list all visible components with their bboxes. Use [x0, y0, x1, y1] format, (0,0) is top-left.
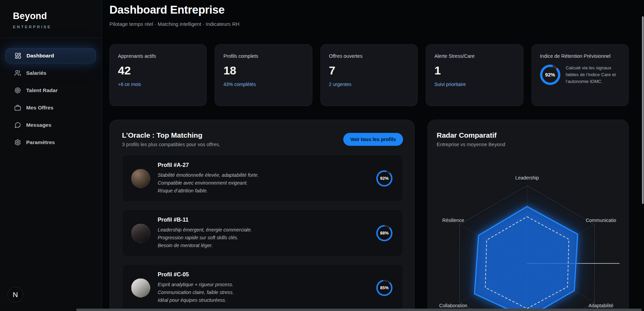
sidebar-item-label: Talent Radar	[26, 87, 58, 93]
stat-value: 1	[434, 64, 515, 77]
stat-label: Profils complets	[223, 53, 303, 59]
match-ring-value: 92%	[380, 176, 388, 181]
profile-line: Esprit analytique + rigueur process.	[158, 281, 234, 289]
profile-line: Stabilité émotionnelle élevée, adaptabil…	[158, 171, 259, 179]
gear-icon	[14, 139, 21, 146]
radar-panel: LeadershipCommunicatioAdaptabilitéCollab…	[428, 120, 629, 311]
sidebar-item-label: Salariés	[26, 70, 46, 76]
stat-sub: Suivi prioritaire	[434, 82, 515, 87]
nextjs-badge-letter: N	[13, 291, 18, 299]
profile-avatar	[131, 224, 150, 243]
profile-line: Idéal pour équipes structuréess.	[158, 296, 234, 304]
profile-avatar	[131, 278, 150, 297]
sidebar-item-label: Messages	[26, 122, 51, 128]
oracle-title: L’Oracle : Top Matching	[122, 131, 220, 139]
horizontal-scrollbar[interactable]	[76, 309, 642, 311]
profile-row-b11[interactable]: Profil #B-11 Leadership émergent, énergi…	[122, 209, 403, 257]
brand-name: Beyond	[13, 11, 102, 21]
stat-sub: +6 ce mois	[118, 82, 198, 87]
stat-card-apprenants: Apprenants actifs 42 +6 ce mois	[109, 44, 207, 106]
sidebar-item-messages[interactable]: Messages	[5, 118, 96, 133]
sidebar-item-salaries[interactable]: Salariés	[5, 66, 96, 81]
stat-value: 42	[118, 64, 198, 77]
match-ring-value: 88%	[380, 231, 388, 236]
profile-name: Profil #B-11	[158, 217, 252, 223]
stat-card-profils: Profils complets 18 43% complétés	[215, 44, 312, 106]
brand: Beyond ENTERPRISE	[0, 0, 102, 29]
users-icon	[14, 70, 21, 76]
stat-label: Offres ouvertes	[329, 53, 409, 59]
stat-sub: 43% complétés	[223, 82, 303, 87]
stat-card-offres: Offres ouvertes 7 2 urgentes	[320, 44, 418, 106]
radar-title: Radar Comparatif	[437, 131, 628, 139]
sidebar-item-talent-radar[interactable]: Talent Radar	[5, 83, 96, 98]
profile-line: Besoin de mentorat léger.	[158, 242, 252, 249]
app-root: Beyond ENTERPRISE Dashboard Salariés	[0, 0, 644, 311]
radar-axis-label: Adaptabilité	[589, 303, 613, 308]
radar-chart: LeadershipCommunicatioAdaptabilitéCollab…	[428, 120, 629, 311]
page-subtitle: Pilotage temps réel · Matching intellige…	[109, 21, 240, 27]
oracle-panel: L’Oracle : Top Matching 3 profils les pl…	[109, 120, 415, 311]
sidebar-item-mes-offres[interactable]: Mes Offres	[5, 100, 96, 115]
radar-axis-label: Résilience	[442, 218, 464, 223]
profile-line: Leadership émergent, énergie commerciale…	[158, 226, 252, 234]
main-content: Dashboard Entreprise Pilotage temps réel…	[102, 0, 644, 311]
profile-name: Profil #C-05	[158, 271, 234, 278]
sidebar-item-dashboard[interactable]: Dashboard	[5, 48, 96, 63]
sidebar-item-label: Paramètres	[26, 139, 55, 145]
profile-avatar	[131, 169, 150, 188]
vertical-scrollbar-thumb[interactable]	[642, 16, 644, 204]
view-all-profiles-button[interactable]: Voir tous les profils	[343, 133, 403, 146]
stat-label: Indice de Rétention Prévisionnel	[540, 53, 620, 59]
profile-line: Compatible avec environnement exigeant.	[158, 179, 259, 187]
page-title: Dashboard Entreprise	[109, 3, 225, 16]
stat-label: Apprenants actifs	[118, 53, 198, 59]
profile-line: Risque d’attrition faible.	[158, 187, 259, 195]
sidebar: Beyond ENTERPRISE Dashboard Salariés	[0, 0, 102, 311]
brand-subtitle: ENTERPRISE	[13, 25, 102, 29]
retention-ring-value: 92%	[545, 72, 555, 77]
profile-line: Progression rapide sur soft skills clés.	[158, 234, 252, 242]
match-ring-value: 85%	[380, 286, 388, 290]
stat-sub: 2 urgentes	[329, 82, 409, 87]
message-bubble-icon	[14, 122, 21, 128]
sidebar-item-label: Dashboard	[27, 53, 54, 59]
profile-row-a27[interactable]: Profil #A-27 Stabilité émotionnelle élev…	[122, 155, 403, 202]
radar-axis-label: Collaboration	[439, 303, 467, 308]
stat-value: 7	[329, 64, 409, 77]
sidebar-nav: Dashboard Salariés Talent Radar Mes Offr…	[0, 38, 102, 150]
retention-progress-ring: 92%	[540, 65, 560, 85]
radar-axis-label: Leadership	[515, 175, 539, 180]
radar-target-icon	[14, 87, 21, 94]
stat-card-retention: Indice de Rétention Prévisionnel 92% Cal…	[532, 44, 629, 106]
stat-label: Alerte Stress/Care	[434, 53, 515, 59]
sidebar-item-label: Mes Offres	[26, 105, 53, 111]
stat-cards-row: Apprenants actifs 42 +6 ce mois Profils …	[109, 44, 629, 106]
radar-subtitle: Entreprise vs moyenne Beyond	[437, 142, 628, 147]
oracle-subtitle: 3 profils les plus compatibles pour vos …	[122, 142, 220, 147]
profile-row-c05[interactable]: Profil #C-05 Esprit analytique + rigueur…	[122, 264, 403, 311]
nextjs-dev-badge[interactable]: N	[7, 287, 23, 303]
layout-dashboard-icon	[15, 52, 21, 59]
profile-line: Communication claire, faible stress.	[158, 289, 234, 296]
profile-name: Profil #A-27	[158, 162, 259, 168]
briefcase-icon	[14, 104, 21, 111]
match-progress-ring: 92%	[376, 170, 393, 187]
match-progress-ring: 85%	[376, 280, 393, 296]
stat-value: 18	[223, 64, 303, 77]
radar-axis-label: Communicatio	[586, 218, 616, 223]
sidebar-item-parametres[interactable]: Paramètres	[5, 135, 96, 150]
stat-card-stress: Alerte Stress/Care 1 Suivi prioritaire	[426, 44, 523, 106]
match-progress-ring: 88%	[376, 225, 393, 241]
retention-description: Calculé via les signaux faibles de l’ind…	[566, 65, 617, 85]
